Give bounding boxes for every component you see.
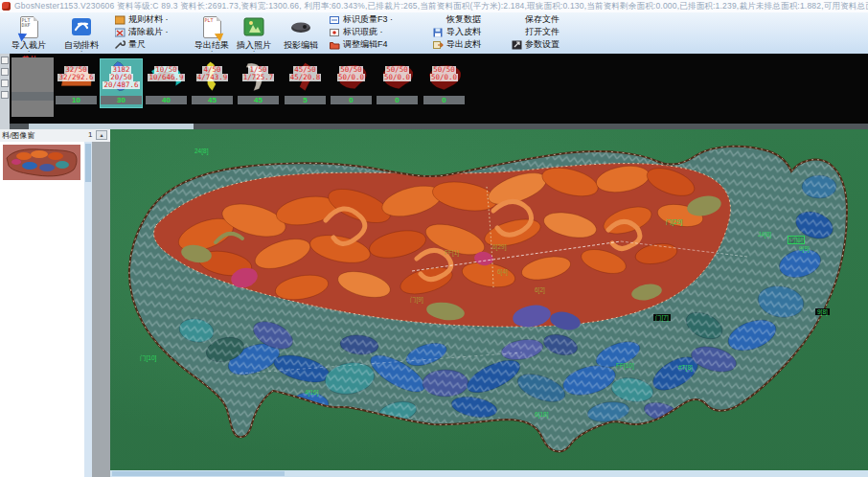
piece-id-label: 门[29] <box>666 218 682 225</box>
param-settings-label: 参数设置 <box>525 38 560 51</box>
dropdown-dot: . <box>80 48 82 52</box>
disk-icon <box>433 28 444 37</box>
panel-vertical-scrollbar[interactable] <box>84 142 92 477</box>
part-count-bar: 45 <box>192 96 233 104</box>
measure-label: 量尺 <box>128 38 146 51</box>
part-thumbnail[interactable]: 50/5050/0.00 <box>377 59 418 107</box>
dropdown-dot: . <box>253 48 255 52</box>
import-leather-button[interactable]: 导入皮料 <box>433 26 481 38</box>
piece-id-label: 6[18] <box>535 411 548 418</box>
insert-photo-button[interactable]: 插入照片 . <box>230 13 278 52</box>
export-file-icon: PLT <box>200 15 223 38</box>
settings-icon <box>512 40 522 50</box>
part-count-bar: 0 <box>331 96 372 104</box>
panel-gutter <box>92 142 110 477</box>
nesting-canvas[interactable]: 24[8]门[29]J4[8]门[8]9[8]FF[1]6[29]6[4]6[2… <box>110 129 868 477</box>
part-thumbnail[interactable]: 50/5050/0.00 <box>331 59 372 107</box>
piece-id-label: 24[8] <box>194 148 208 154</box>
export-leather-label: 导出皮料 <box>446 38 481 51</box>
clear-pieces-button[interactable]: 清除裁片 · <box>115 26 169 38</box>
hide-minimap[interactable] <box>3 145 80 180</box>
part-usage-text: 10/5010/646.9 <box>146 66 187 81</box>
left-panel-title: 料/图像窗 <box>2 130 34 141</box>
import-pieces-button[interactable]: PLTDXF 导入裁片 . <box>4 13 54 52</box>
measure-button[interactable]: 量尺 <box>115 38 146 51</box>
import-file-icon: PLTDXF <box>17 15 40 38</box>
dropdown-dot: . <box>28 48 30 52</box>
part-usage-line: 45/20.8 <box>289 74 322 81</box>
quality-zone-icon <box>330 15 340 25</box>
projector-icon <box>289 15 312 38</box>
material-image-panel <box>0 142 84 477</box>
part-count-bar: 10 <box>56 96 97 104</box>
clear-icon <box>115 28 126 37</box>
part-usage-text: 50/5050/0.0 <box>377 66 418 81</box>
save-file-label: 保存文件 <box>525 13 560 26</box>
part-usage-text: 1/501/725.7 <box>238 66 279 81</box>
title-bar: GbosNester1153.V230606 资料等级:C 89.3 资料长:2… <box>0 0 868 13</box>
import-leather-label: 导入皮料 <box>446 26 481 38</box>
piece-id-label: 4[16] <box>305 389 318 396</box>
open-file-label: 打开文件 <box>525 26 560 38</box>
canvas-horizontal-scrollbar[interactable] <box>110 470 868 477</box>
part-usage-line: 50/0.0 <box>383 74 411 81</box>
part-thumbnail[interactable]: 50/5050/0.00 <box>423 59 465 107</box>
part-thumbnail[interactable]: 318220/5020/487.630 <box>101 59 142 107</box>
auto-nest-icon <box>70 15 93 38</box>
adjust-edit-label: 调整编辑F4 <box>343 38 388 51</box>
part-thumbnail[interactable]: 4/504/743.945 <box>192 59 233 107</box>
save-file-button[interactable]: 保存文件 <box>525 13 560 26</box>
param-settings-button[interactable]: 参数设置 <box>512 38 560 51</box>
mark-flaw-label: 标识瑕疵 · <box>343 26 383 38</box>
restore-data-button[interactable]: 恢复数据 <box>446 13 481 26</box>
part-count-bar: 30 <box>101 96 142 104</box>
parts-row: 32/5032/292.610318220/5020/487.63010/501… <box>0 57 868 115</box>
part-thumbnail[interactable]: 45/5045/20.85 <box>285 59 326 107</box>
mark-quality-button[interactable]: 标识质量F3 · <box>330 13 393 26</box>
piece-id-label: 门[10] <box>140 354 156 361</box>
piece-id-label: J4[8] <box>758 231 771 238</box>
dropdown-dot: . <box>211 48 213 52</box>
flaw-icon <box>330 28 340 37</box>
rule-material-label: 规则材料 · <box>128 13 169 26</box>
piece-id-label: 6[29] <box>492 243 506 250</box>
part-usage-text: 45/5045/20.8 <box>285 66 326 81</box>
part-count-bar: 40 <box>146 96 187 104</box>
part-usage-text: 50/5050/0.0 <box>331 66 372 81</box>
projection-edit-label: 投影编辑 <box>276 39 326 52</box>
app-icon <box>2 2 11 11</box>
canvas-scrollbar-thumb[interactable] <box>112 471 285 476</box>
part-usage-line: 50/0.0 <box>430 74 458 81</box>
part-usage-line: 4/743.9 <box>196 74 229 81</box>
part-thumbnail[interactable]: 32/5032/292.610 <box>56 59 97 107</box>
part-thumbnail[interactable]: 10/5010/646.940 <box>146 59 187 107</box>
part-count-bar: 0 <box>423 96 465 104</box>
part-usage-line: 32/292.6 <box>57 74 94 81</box>
adjust-edit-button[interactable]: 调整编辑F4 <box>330 38 388 51</box>
piece-id-label: FF[10] <box>616 362 634 369</box>
mark-quality-label: 标识质量F3 · <box>343 13 393 26</box>
parts-strip: 裁片: 32/5032/292.610318220/5020/487.63010… <box>0 54 868 129</box>
projection-edit-button[interactable]: 投影编辑 <box>276 13 326 52</box>
part-usage-text: 50/5050/0.0 <box>423 66 465 81</box>
export-result-button[interactable]: PLT 导出结果 . <box>188 13 236 52</box>
folder-icon <box>330 40 340 50</box>
auto-nest-button[interactable]: 自动排料 . <box>56 13 107 52</box>
part-usage-text: 318220/5020/487.6 <box>101 66 142 89</box>
rule-material-button[interactable]: 规则材料 · <box>115 13 169 26</box>
part-thumbnail[interactable]: 1/501/725.745 <box>238 59 279 107</box>
app-title: GbosNester1153.V230606 资料等级:C 89.3 资料长:2… <box>14 1 868 12</box>
piece-id-label: 6[4] <box>497 268 508 275</box>
piece-id-label: FF[1] <box>445 249 459 256</box>
part-usage-line: 10/646.9 <box>148 74 184 81</box>
open-file-button[interactable]: 打开文件 <box>525 26 560 38</box>
export-leather-button[interactable]: 导出皮料 <box>433 38 481 51</box>
panel-scroll-up-button[interactable]: ▴ <box>96 130 107 140</box>
piece-id-label: 6[2] <box>535 286 545 293</box>
restore-data-label: 恢复数据 <box>446 13 481 26</box>
toolbar: PLTDXF 导入裁片 . 自动排料 . 规则材料 · 清除裁片 · 量尺 PL… <box>0 12 868 55</box>
part-count-bar: 0 <box>377 96 418 104</box>
mark-flaw-button[interactable]: 标识瑕疵 · <box>330 26 383 38</box>
part-usage-line: 1/725.7 <box>242 74 275 81</box>
part-usage-line: 20/487.6 <box>103 81 139 89</box>
